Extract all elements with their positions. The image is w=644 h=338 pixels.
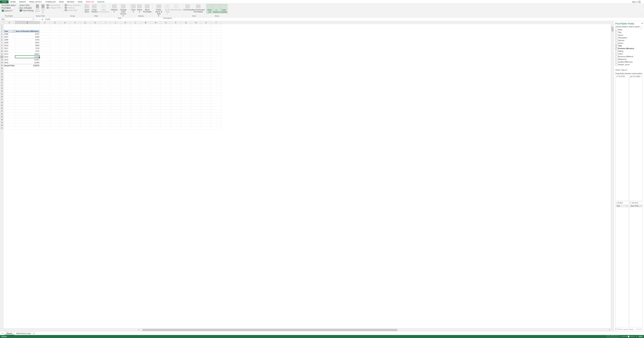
cell-C25[interactable] — [40, 92, 50, 95]
cell-K8[interactable] — [120, 44, 130, 47]
cell-M37[interactable] — [141, 127, 151, 130]
cell-Q14[interactable] — [181, 61, 191, 64]
cell-F35[interactable] — [70, 121, 80, 124]
cell-J5[interactable] — [110, 35, 120, 38]
cell-F26[interactable] — [70, 95, 80, 98]
cell-I5[interactable] — [100, 35, 110, 38]
column-header-O[interactable]: O — [161, 21, 171, 24]
cell-N9[interactable] — [151, 47, 161, 50]
cell-N17[interactable] — [151, 70, 161, 73]
clear-button[interactable]: Clear ▾ — [130, 4, 136, 13]
cell-H19[interactable] — [90, 75, 100, 78]
cell-B37[interactable] — [15, 127, 40, 130]
field-item-description[interactable]: Description — [615, 36, 643, 39]
cell-G26[interactable] — [80, 95, 90, 98]
cell-K32[interactable] — [120, 112, 130, 115]
cell-P34[interactable] — [171, 118, 181, 121]
tab-review[interactable]: REVIEW — [65, 0, 76, 3]
filters-area[interactable]: ▼FILTERS — [615, 75, 629, 201]
cell-J4[interactable] — [110, 33, 120, 35]
row-header-23[interactable]: 23 — [0, 87, 4, 90]
cell-T8[interactable] — [211, 44, 221, 47]
column-header-H[interactable]: H — [90, 21, 100, 24]
cell-H23[interactable] — [90, 87, 100, 90]
field-item-quality-difference[interactable]: Quality Difference — [615, 60, 643, 63]
cell-R23[interactable] — [191, 87, 201, 90]
cell-Q6[interactable] — [181, 38, 191, 41]
cell-H16[interactable] — [90, 67, 100, 70]
cell-E14[interactable] — [60, 61, 70, 64]
cell-E31[interactable] — [60, 110, 70, 112]
pivotchart-button[interactable]: PivotChart — [184, 4, 192, 11]
cell-H6[interactable] — [90, 38, 100, 41]
cell-D6[interactable] — [50, 38, 60, 41]
pivottable-name-input[interactable] — [1, 6, 14, 9]
values-area-item-runtime[interactable]: Sum of Ru...▾ — [630, 205, 642, 207]
horizontal-scroll-thumb[interactable] — [142, 329, 398, 331]
hscroll-left-icon[interactable]: ◂ — [138, 329, 140, 331]
cell-F2[interactable] — [70, 27, 80, 30]
cell-H4[interactable] — [90, 33, 100, 35]
cell-N31[interactable] — [151, 110, 161, 112]
cell-R32[interactable] — [191, 112, 201, 115]
cell-I9[interactable] — [100, 47, 110, 50]
cell-B16[interactable] — [15, 67, 40, 70]
cell-T10[interactable] — [211, 50, 221, 53]
cell-T3[interactable] — [211, 30, 221, 33]
tab-data[interactable]: DATA — [58, 0, 66, 3]
cell-E5[interactable] — [60, 35, 70, 38]
cell-Q17[interactable] — [181, 70, 191, 73]
dropdown-icon[interactable]: ▾ — [627, 205, 628, 207]
cell-M28[interactable] — [141, 101, 151, 104]
cell-Q29[interactable] — [181, 104, 191, 107]
cell-E16[interactable] — [60, 67, 70, 70]
cell-O28[interactable] — [161, 101, 171, 104]
cell-B18[interactable] — [15, 73, 40, 75]
sheet-nav[interactable]: ◂ ▸ — [0, 332, 4, 334]
cell-M27[interactable] — [141, 98, 151, 101]
cell-I11[interactable] — [100, 53, 110, 55]
cell-M3[interactable] — [141, 30, 151, 33]
cell-G22[interactable] — [80, 84, 90, 87]
field-item-rating[interactable]: Rating — [615, 50, 643, 52]
cell-F21[interactable] — [70, 81, 80, 84]
field-item-genre[interactable]: Genre — [615, 34, 643, 36]
cell-N8[interactable] — [151, 44, 161, 47]
cell-R27[interactable] — [191, 98, 201, 101]
row-header-30[interactable]: 30 — [0, 107, 4, 110]
cell-I15[interactable] — [100, 64, 110, 67]
cell-A35[interactable] — [4, 121, 15, 124]
cell-I14[interactable] — [100, 61, 110, 64]
column-header-L[interactable]: L — [130, 21, 141, 24]
pivot-year-2013[interactable]: 2013 — [4, 53, 15, 55]
cell-F27[interactable] — [70, 98, 80, 101]
field-checkbox[interactable] — [615, 34, 617, 36]
cell-D30[interactable] — [50, 107, 60, 110]
select-all-corner[interactable] — [0, 21, 4, 24]
cell-R5[interactable] — [191, 35, 201, 38]
cell-N3[interactable] — [151, 30, 161, 33]
cell-C18[interactable] — [40, 73, 50, 75]
tab-page-layout[interactable]: PAGE LAYOUT — [28, 0, 44, 3]
cell-T29[interactable] — [211, 104, 221, 107]
cell-J33[interactable] — [110, 115, 120, 118]
cell-M21[interactable] — [141, 81, 151, 84]
cell-L14[interactable] — [130, 61, 141, 64]
field-item-votes[interactable]: Votes — [615, 52, 643, 55]
tab-insert[interactable]: INSERT — [18, 0, 28, 3]
cell-G23[interactable] — [80, 87, 90, 90]
cell-Q12[interactable] — [181, 55, 191, 58]
row-header-13[interactable]: 13 — [0, 58, 4, 61]
cell-J37[interactable] — [110, 127, 120, 130]
cell-T15[interactable] — [211, 64, 221, 67]
cell-M25[interactable] — [141, 92, 151, 95]
cell-I24[interactable] — [100, 90, 110, 92]
cell-I26[interactable] — [100, 95, 110, 98]
cell-T25[interactable] — [211, 92, 221, 95]
cell-T34[interactable] — [211, 118, 221, 121]
cell-S2[interactable] — [201, 27, 211, 30]
cell-P20[interactable] — [171, 78, 181, 81]
cell-L34[interactable] — [130, 118, 141, 121]
cell-E11[interactable] — [60, 53, 70, 55]
cell-O32[interactable] — [161, 112, 171, 115]
